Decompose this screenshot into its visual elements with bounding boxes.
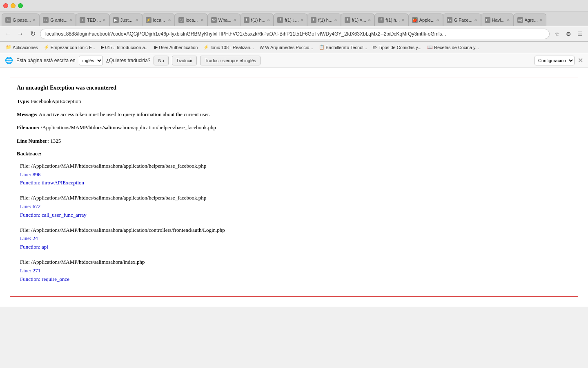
- translate-icon: 🌐: [5, 56, 13, 64]
- page-content: An uncaught Exception was encountered Ty…: [0, 68, 588, 307]
- tab-close-icon[interactable]: ×: [267, 17, 270, 23]
- tab-tab8[interactable]: f f(1) h... ×: [240, 13, 274, 26]
- tab-close-icon[interactable]: ×: [301, 17, 304, 23]
- backtrace-file: File: /Applications/MAMP/htdocs/salimosa…: [20, 258, 571, 267]
- bookmark-icon: ⚡: [44, 45, 49, 50]
- tab-tab10[interactable]: f f(1) h... ×: [307, 13, 341, 26]
- tab-title: G Face...: [454, 18, 472, 22]
- tab-close-icon[interactable]: ×: [334, 17, 337, 23]
- tab-title: f(1) h...: [318, 18, 332, 22]
- bookmark-label: Empezar con Ionic F...: [51, 45, 95, 50]
- tab-favicon: f: [277, 17, 283, 23]
- tab-tab11[interactable]: f f(1) ×... ×: [341, 13, 375, 26]
- maximize-button[interactable]: [18, 3, 23, 8]
- translation-bar: 🌐 Esta página está escrita en inglés ¿Qu…: [0, 53, 588, 68]
- bookmark-label: Aplicaciones: [13, 45, 38, 50]
- backtrace-function: Function: call_user_func_array: [20, 211, 571, 220]
- bookmark-icon: ⚡: [203, 45, 209, 50]
- tab-close-icon[interactable]: ×: [168, 17, 171, 23]
- forward-button[interactable]: →: [16, 29, 25, 39]
- address-input[interactable]: [40, 29, 550, 39]
- tab-close-icon[interactable]: ×: [539, 17, 543, 23]
- bookmark-item[interactable]: 📁Aplicaciones: [3, 43, 40, 51]
- error-filename: Filename: /Applications/MAMP/htdocs/sali…: [17, 124, 571, 131]
- tab-close-icon[interactable]: ×: [507, 17, 510, 23]
- backtrace-item: File: /Applications/MAMP/htdocs/salimosa…: [17, 258, 571, 283]
- tab-close-icon[interactable]: ×: [436, 17, 439, 23]
- backtrace-item: File: /Applications/MAMP/htdocs/salimosa…: [17, 194, 571, 219]
- bookmark-icon: ▶: [101, 45, 104, 50]
- tab-favicon: f: [378, 17, 384, 23]
- bookmark-label: Ionic 108 - Realizan...: [210, 45, 254, 50]
- minimize-button[interactable]: [11, 3, 16, 8]
- error-type: Type: FacebookApiException: [17, 98, 571, 105]
- tab-title: f(1) h...: [251, 18, 265, 22]
- error-type-value: FacebookApiException: [31, 98, 81, 104]
- tab-close-icon[interactable]: ×: [233, 17, 236, 23]
- extensions-button[interactable]: ⚙: [564, 29, 573, 39]
- tab-tab1[interactable]: G G pase... ×: [2, 13, 39, 26]
- tab-tab7[interactable]: W Wha... ×: [207, 13, 240, 26]
- tab-tab9[interactable]: f f(1) ↓... ×: [274, 13, 307, 26]
- error-filename-value: /Applications/MAMP/htdocs/salimosahora/a…: [41, 124, 216, 130]
- backtrace-line-num: Line: 24: [20, 234, 571, 243]
- bookmark-label: Recetas de Cocina y...: [434, 45, 479, 50]
- tab-favicon: f: [311, 17, 316, 23]
- refresh-button[interactable]: ↻: [28, 29, 38, 39]
- config-select[interactable]: Configuración: [535, 56, 575, 65]
- translate-button[interactable]: Traducir: [172, 56, 197, 65]
- tab-favicon: ⚡: [146, 17, 151, 23]
- tab-title: Apple...: [419, 18, 434, 22]
- tab-close-icon[interactable]: ×: [135, 17, 138, 23]
- no-button[interactable]: No: [154, 56, 168, 65]
- tab-close-icon[interactable]: ×: [368, 17, 371, 23]
- bookmark-item[interactable]: ⚡Empezar con Ionic F...: [41, 43, 98, 51]
- tab-title: f(1) ↓...: [285, 18, 298, 22]
- tab-tab15[interactable]: H Havi... ×: [481, 13, 514, 26]
- tab-tab2[interactable]: G G ante... ×: [39, 13, 76, 26]
- always-translate-button[interactable]: Traducir siempre el inglés: [200, 56, 261, 65]
- tab-title: Havi...: [492, 18, 505, 22]
- back-button[interactable]: ←: [3, 29, 13, 39]
- bookmark-icon: 📁: [6, 45, 11, 50]
- close-button[interactable]: [3, 3, 8, 8]
- tab-tab4[interactable]: ▶ Just... ×: [109, 13, 142, 26]
- bookmark-icon: 📋: [319, 45, 325, 50]
- tab-favicon: G: [43, 17, 49, 23]
- tab-close-icon[interactable]: ×: [33, 17, 36, 23]
- tab-tab6[interactable]: ◌ loca... ×: [175, 13, 207, 26]
- tab-tab3[interactable]: T TED ... ×: [76, 13, 109, 26]
- bookmark-item[interactable]: 📋Bachillerato Tecnol...: [316, 43, 370, 51]
- tab-close-icon[interactable]: ×: [69, 17, 72, 23]
- backtrace-function: Function: api: [20, 243, 571, 251]
- tab-close-icon[interactable]: ×: [200, 17, 204, 23]
- bookmark-item[interactable]: ▶User Authentication: [152, 43, 200, 51]
- backtrace-function: Function: require_once: [20, 275, 571, 284]
- tab-close-icon[interactable]: ×: [474, 17, 477, 23]
- tab-tab16[interactable]: Ag Agre... ×: [514, 13, 546, 26]
- tab-tab13[interactable]: 🍎 Apple... ×: [408, 13, 443, 26]
- bookmark-star-button[interactable]: ☆: [552, 29, 562, 39]
- error-type-label: Type:: [17, 98, 30, 104]
- tab-close-icon[interactable]: ×: [401, 17, 405, 23]
- bookmark-item[interactable]: 🍽Tipos de Comidas y...: [370, 44, 424, 51]
- error-line-number: Line Number: 1325: [17, 137, 571, 145]
- language-select[interactable]: inglés: [79, 56, 103, 65]
- tab-tab5[interactable]: ⚡ loca... ×: [142, 13, 175, 26]
- bookmark-item[interactable]: ⚡Ionic 108 - Realizan...: [201, 43, 256, 51]
- tab-favicon: f: [345, 17, 350, 23]
- menu-button[interactable]: ☰: [575, 29, 585, 39]
- tab-close-icon[interactable]: ×: [102, 17, 106, 23]
- tab-tab12[interactable]: f f(1) h... ×: [374, 13, 408, 26]
- bookmark-item[interactable]: WW Arquímedes Puccio...: [257, 44, 316, 51]
- bookmark-item[interactable]: 📖Recetas de Cocina y...: [425, 43, 481, 51]
- tab-favicon: 🍎: [412, 17, 418, 23]
- tab-title: loca...: [153, 18, 166, 22]
- backtrace-line-num: Line: 271: [20, 267, 571, 275]
- tab-title: Wha...: [218, 18, 232, 22]
- tab-favicon: G: [5, 17, 11, 23]
- error-title: An uncaught Exception was encountered: [17, 85, 571, 91]
- tab-tab14[interactable]: G G Face... ×: [443, 13, 481, 26]
- translation-close-button[interactable]: ✕: [578, 56, 583, 64]
- bookmark-item[interactable]: ▶017.- Introducción a...: [98, 43, 151, 51]
